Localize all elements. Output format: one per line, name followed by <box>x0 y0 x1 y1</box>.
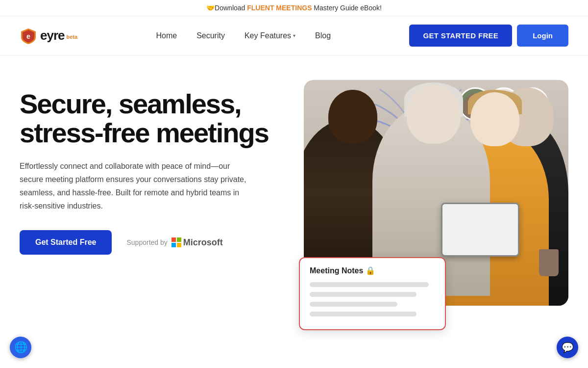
hero-left: Secure, seamless, stress-free meetings E… <box>20 80 274 255</box>
meeting-notes-card: Meeting Notes 🔒 <box>299 257 446 330</box>
microsoft-logo: Microsoft <box>172 237 223 248</box>
nav-key-features[interactable]: Key Features ▾ <box>245 31 295 40</box>
chevron-down-icon: ▾ <box>293 33 295 38</box>
nav-buttons: GET STARTED FREE Login <box>409 25 568 47</box>
notes-line-3 <box>310 302 397 307</box>
notes-line-4 <box>310 312 416 316</box>
login-button[interactable]: Login <box>517 25 568 47</box>
hero-heading: Secure, seamless, stress-free meetings <box>20 90 274 148</box>
hero-actions: Get Started Free Supported by Microsoft <box>20 230 274 255</box>
supported-label: Supported by <box>126 238 167 246</box>
globe-icon[interactable]: 🌐 <box>10 337 31 358</box>
microsoft-brand-name: Microsoft <box>183 237 223 248</box>
meeting-notes-title: Meeting Notes 🔒 <box>310 266 435 275</box>
notes-line-2 <box>310 292 416 297</box>
hero-section: Secure, seamless, stress-free meetings E… <box>0 55 588 365</box>
banner-emoji: 🤝 <box>206 4 215 12</box>
svg-text:e: e <box>26 32 30 40</box>
nav-blog[interactable]: Blog <box>315 31 331 40</box>
hero-cta-button[interactable]: Get Started Free <box>20 230 112 255</box>
shield-icon: e <box>20 27 37 45</box>
nav-security[interactable]: Security <box>196 31 225 40</box>
supported-by: Supported by Microsoft <box>126 237 222 248</box>
head-person-left <box>328 90 377 144</box>
hero-subtext: Effortlessly connect and collaborate wit… <box>20 159 255 213</box>
banner-text-before: Download <box>215 4 247 12</box>
microsoft-grid-icon <box>172 237 181 247</box>
banner-highlight[interactable]: FLUENT MEETINGS <box>247 4 312 12</box>
logo-beta: beta <box>67 34 78 40</box>
nav-home[interactable]: Home <box>156 31 177 40</box>
head-person-right <box>470 92 519 146</box>
hero-right: Meeting Notes 🔒 <box>294 80 568 335</box>
nav-links: Home Security Key Features ▾ Blog <box>156 31 331 40</box>
banner-text-after: Mastery Guide eBook! <box>312 4 381 12</box>
top-banner: 🤝Download FLUENT MEETINGS Mastery Guide … <box>0 0 588 16</box>
coffee-cup-prop <box>539 249 559 276</box>
head-person-center <box>407 85 461 144</box>
tablet-prop <box>441 203 519 257</box>
get-started-nav-button[interactable]: GET STARTED FREE <box>409 25 512 47</box>
logo[interactable]: e eyre beta <box>20 27 77 45</box>
notes-line-1 <box>310 282 429 287</box>
chat-icon[interactable]: 💬 <box>557 337 578 358</box>
logo-text: eyre <box>40 28 65 43</box>
navbar: e eyre beta Home Security Key Features ▾… <box>0 16 588 55</box>
